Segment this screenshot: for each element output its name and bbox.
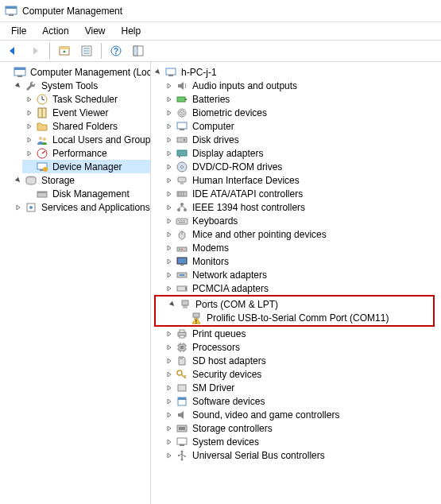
expander-icon[interactable] xyxy=(164,409,175,421)
expander-icon[interactable] xyxy=(164,134,175,145)
device-batteries[interactable]: Batteries xyxy=(162,92,441,106)
device-sd-host[interactable]: SD host adapters xyxy=(162,354,441,367)
device-network[interactable]: Network adapters xyxy=(162,268,441,281)
expander-icon[interactable] xyxy=(164,450,175,461)
expander-icon[interactable] xyxy=(164,161,175,173)
expander-icon[interactable] xyxy=(164,80,175,91)
device-root[interactable]: h-PC-j-1 xyxy=(151,65,441,79)
expander-icon[interactable] xyxy=(164,283,175,294)
device-system[interactable]: System devices xyxy=(162,435,441,448)
device-pcmcia[interactable]: PCMCIA adapters xyxy=(162,281,441,295)
expander-icon[interactable] xyxy=(164,242,175,254)
expander-icon[interactable] xyxy=(153,67,164,78)
back-button[interactable] xyxy=(3,41,22,60)
expander-icon[interactable] xyxy=(164,94,175,105)
expander-icon[interactable] xyxy=(164,256,175,267)
expander-icon[interactable] xyxy=(164,229,175,240)
menu-view[interactable]: View xyxy=(77,24,114,38)
expander-icon[interactable] xyxy=(164,396,175,407)
computer-icon xyxy=(176,120,188,133)
svg-rect-41 xyxy=(180,129,184,130)
menu-action[interactable]: Action xyxy=(34,24,76,38)
expander-icon[interactable] xyxy=(164,107,175,118)
menu-help[interactable]: Help xyxy=(114,24,149,38)
device-tree-pane[interactable]: h-PC-j-1 Audio inputs and outputs Batter… xyxy=(151,62,441,504)
device-keyboards[interactable]: Keyboards xyxy=(162,214,441,227)
expander-icon[interactable] xyxy=(164,355,175,366)
help-button[interactable]: ? xyxy=(106,41,126,60)
tree-shared-folders[interactable]: Shared Folders xyxy=(22,119,150,133)
expander-icon[interactable] xyxy=(164,148,175,159)
tree-task-scheduler[interactable]: Task Scheduler xyxy=(22,92,150,106)
tree-device-manager[interactable]: Device Manager xyxy=(22,160,150,173)
expander-icon[interactable] xyxy=(13,80,24,91)
show-hide-tree-button[interactable] xyxy=(55,41,74,60)
device-display[interactable]: Display adapters xyxy=(162,146,441,160)
device-sm-driver[interactable]: SM Driver xyxy=(162,381,441,394)
device-software[interactable]: Software devices xyxy=(162,394,441,408)
tree-label: IDE ATA/ATAPI controllers xyxy=(191,188,304,200)
device-computer[interactable]: Computer xyxy=(162,119,441,133)
device-mice[interactable]: Mice and other pointing devices xyxy=(162,227,441,241)
svg-point-27 xyxy=(43,167,48,172)
svg-point-54 xyxy=(180,203,184,206)
device-ide[interactable]: IDE ATA/ATAPI controllers xyxy=(162,187,441,200)
expander-icon[interactable] xyxy=(164,215,175,227)
firewire-icon xyxy=(176,201,188,214)
tree-storage[interactable]: Storage xyxy=(11,173,150,187)
scope-pane[interactable]: Computer Management (Local System Tools … xyxy=(0,62,151,504)
expander-icon[interactable] xyxy=(164,328,175,339)
device-print-queues[interactable]: Print queues xyxy=(162,327,441,340)
expander-icon[interactable] xyxy=(164,121,175,132)
expander-icon[interactable] xyxy=(24,107,35,118)
expander-icon[interactable] xyxy=(24,148,35,159)
expander-icon[interactable] xyxy=(164,342,175,353)
tree-label: Network adapters xyxy=(191,269,269,281)
device-monitors[interactable]: Monitors xyxy=(162,254,441,268)
device-storage-controllers[interactable]: Storage controllers xyxy=(162,421,441,435)
performance-icon xyxy=(36,147,48,160)
device-hid[interactable]: Human Interface Devices xyxy=(162,173,441,187)
device-prolific-usb-serial[interactable]: ! Prolific USB-to-Serial Comm Port (COM1… xyxy=(156,311,433,324)
tree-event-viewer[interactable]: Event Viewer xyxy=(22,106,150,119)
expander-icon[interactable] xyxy=(164,369,175,380)
view-button[interactable] xyxy=(129,41,148,60)
menu-file[interactable]: File xyxy=(3,24,34,38)
expander-icon[interactable] xyxy=(167,299,178,310)
expander-icon[interactable] xyxy=(24,121,35,132)
tree-root-computer-management[interactable]: Computer Management (Local xyxy=(0,65,150,79)
device-biometric[interactable]: Biometric devices xyxy=(162,106,441,119)
device-modems[interactable]: Modems xyxy=(162,241,441,254)
svg-point-22 xyxy=(43,138,46,141)
expander-icon[interactable] xyxy=(13,202,24,213)
device-ports[interactable]: Ports (COM & LPT) xyxy=(156,297,433,311)
tree-disk-management[interactable]: Disk Management xyxy=(22,187,150,200)
tree-performance[interactable]: Performance xyxy=(22,146,150,160)
expander-icon[interactable] xyxy=(164,202,175,213)
expander-icon[interactable] xyxy=(164,188,175,200)
tree-label: SD host adapters xyxy=(191,355,268,366)
tree-label: Processors xyxy=(191,342,242,353)
device-processors[interactable]: Processors xyxy=(162,340,441,354)
expander-icon[interactable] xyxy=(13,175,24,186)
forward-button[interactable] xyxy=(25,41,44,60)
device-ieee1394[interactable]: IEEE 1394 host controllers xyxy=(162,200,441,214)
device-sound[interactable]: Sound, video and game controllers xyxy=(162,408,441,421)
expander-icon[interactable] xyxy=(164,269,175,281)
expander-icon[interactable] xyxy=(164,423,175,434)
tree-services-applications[interactable]: Services and Applications xyxy=(11,200,150,214)
device-dvd[interactable]: DVD/CD-ROM drives xyxy=(162,160,441,173)
tree-system-tools[interactable]: System Tools xyxy=(11,79,150,92)
device-security[interactable]: Security devices xyxy=(162,367,441,381)
tree-label: Task Scheduler xyxy=(51,94,119,105)
expander-icon[interactable] xyxy=(164,436,175,448)
expander-icon[interactable] xyxy=(164,382,175,394)
tree-local-users-groups[interactable]: Local Users and Groups xyxy=(22,133,150,146)
expander-icon[interactable] xyxy=(24,134,35,145)
expander-icon[interactable] xyxy=(164,175,175,186)
device-disk-drives[interactable]: Disk drives xyxy=(162,133,441,146)
expander-icon[interactable] xyxy=(24,94,35,105)
properties-button[interactable] xyxy=(77,41,96,60)
device-audio[interactable]: Audio inputs and outputs xyxy=(162,79,441,92)
device-usb[interactable]: Universal Serial Bus controllers xyxy=(162,448,441,462)
